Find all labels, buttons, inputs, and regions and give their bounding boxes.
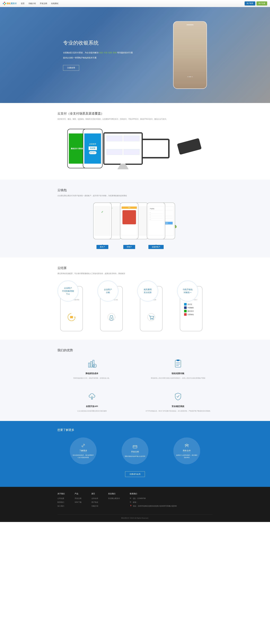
settle-item-split: 企业商户分账 笔分账 ¥	[97, 280, 133, 331]
shield-icon	[144, 391, 212, 402]
tablet-mock	[141, 139, 170, 158]
login-button[interactable]: 商户登录	[244, 2, 255, 6]
footer-follow-text: 关注聚合易支付	[108, 497, 120, 500]
svg-rect-10	[93, 360, 94, 367]
adv-cost: ¥ 降低研发成本 简单快速的接入方式，缩短开发周期，实现快速上线。	[58, 358, 126, 380]
hero-phone-mock	[173, 21, 207, 89]
more-section: 想要了解更多 了解更多 也许还有更多疑问，我们的帮助中心会为您提供答案 开发文档…	[0, 421, 270, 487]
hero-register-button[interactable]: 注册使用	[63, 65, 79, 71]
footer-link[interactable]: 开发文档	[74, 498, 82, 500]
site-header: 彩虹易支付 首页 功能介绍 开发文档 在线测试 商户登录 商户注册	[0, 0, 270, 7]
alipay-phone-mock: 欢迎使用支付宝如何付款？	[83, 129, 102, 168]
hero-section: 专业的收银系统 全面集成主流支付渠道，为企业提供解决 收款 付款 结算 营销 等…	[0, 7, 270, 103]
settle-section: 云结算 通过简单的页面配置，可以替代重复繁锁的人工资金结算业务，提高业务实时性，…	[0, 258, 270, 340]
adv-api: 全面开放API 让企业更加自主的使用聚合易支付相关服务	[58, 391, 126, 412]
svg-text:¥: ¥	[111, 317, 112, 319]
footer-link[interactable]: 合作伙伴	[92, 498, 98, 500]
register-button[interactable]: 商户注册	[256, 2, 267, 6]
qq-icon: ✉	[130, 497, 132, 499]
logo[interactable]: 彩虹易支付	[3, 2, 17, 5]
wallet-sub: 企业通过聚合易支付为用户提供统一虚拟账户，提升用户支付体验，为拓展增值服务提供基…	[58, 194, 212, 197]
svg-point-7	[152, 319, 153, 320]
footer-link[interactable]: 联系我们	[58, 501, 64, 503]
svg-rect-9	[90, 362, 92, 367]
adv-security: 安全稳定高效 HTTPS传输出层、REST API层数字签名验证、ACL权限控制…	[144, 391, 212, 412]
imac-mock	[103, 132, 143, 165]
more-register-button[interactable]: 注册成为会员	[125, 471, 145, 477]
wallet-title: 云钱包	[58, 188, 212, 192]
site-footer: 关于我们 公司信息 联系我们 加入我们 产品 开发文档 SDK下载 其它 合作伙…	[0, 487, 270, 522]
svg-point-21	[186, 444, 188, 445]
wallet-tag-basic: 基本户	[96, 245, 108, 249]
advantage-title: 我们的优势	[58, 348, 212, 352]
cloudpay-title: 云支付（全支付场景及渠道覆盖）	[58, 112, 212, 116]
footer-product: 产品 开发文档 SDK下载	[74, 492, 82, 509]
svg-rect-8	[88, 363, 90, 367]
svg-rect-13	[175, 360, 181, 367]
wallet-tag-marketing: 营销户	[123, 245, 135, 249]
settle-sub: 通过简单的页面配置，可以替代重复繁锁的人工资金结算业务，提高业务实时性，降低错误	[58, 272, 212, 275]
hero-desc-2: 提供企业统一管理电子钱包的技术方案	[63, 56, 133, 60]
footer-follow: 关注我们 关注聚合易支付	[108, 492, 120, 509]
settle-item-fee: 相关费用支出结算 税费	[137, 280, 173, 331]
wallet-tag-finance: 金融类账户	[148, 245, 164, 249]
svg-point-5	[148, 314, 155, 321]
svg-point-6	[150, 319, 151, 320]
carousel-dots[interactable]	[188, 76, 192, 77]
more-learn[interactable]: 了解更多 也许还有更多疑问，我们的帮助中心会为您提供答案	[70, 438, 97, 464]
footer-link[interactable]: 公司信息	[58, 498, 64, 500]
settle-title: 云结算	[58, 266, 212, 270]
pin-icon: 📍	[130, 505, 132, 507]
nav-home[interactable]: 首页	[21, 2, 24, 4]
footer-link[interactable]: 加入我们	[58, 505, 64, 507]
svg-point-22	[185, 444, 186, 445]
copyright: 聚合易支付 ©2023 All Rights Reserved.	[58, 514, 212, 519]
hero-title: 专业的收银系统	[63, 40, 133, 46]
adv-reconcile: 轻松结算对账 降低财务人员在沉重方面投入的时间和精力，业务人员也可以轻松查看账户…	[144, 358, 212, 380]
advantage-section: 我们的优势 ¥ 降低研发成本 简单快速的接入方式，缩短开发周期，实现快速上线。 …	[0, 340, 270, 421]
cart-icon	[146, 312, 157, 323]
footer-about: 关于我们 公司信息 联系我们 加入我们	[58, 492, 65, 509]
link-icon	[81, 443, 86, 448]
wallet-brand-list: 支付宝 中国银联 微信支付 百度钱包	[184, 303, 194, 316]
scanner-mock	[170, 138, 200, 159]
footer-contact: 联系我们 ✉QQ：123456789 ✉邮箱： 📍地址：深圳市龙岗区龙岗街道龙岗…	[130, 492, 212, 509]
nav-docs[interactable]: 开发文档	[40, 2, 47, 4]
mail-icon: ✉	[130, 501, 132, 503]
wallet-marketing: • 查看明细• 转出余额• 提现中心• 我的卡 红包 营销户	[120, 202, 138, 249]
more-title: 想要了解更多	[58, 428, 212, 432]
svg-rect-1	[70, 316, 73, 318]
cloudpay-sub: 支持支付宝、微信、银联、QQ钱包、快钱等主流支付渠道，让您拥有PC网页支付、扫码…	[58, 118, 212, 120]
footer-link[interactable]: 功能介绍	[92, 505, 98, 507]
settle-item-reconcile: 与电子钱包对账统一 与电子 支付宝 中国银联 微信支付 百度钱包	[177, 280, 213, 331]
logo-text: 彩虹易支付	[7, 2, 17, 5]
cycle-icon	[66, 312, 77, 323]
svg-rect-14	[176, 360, 180, 361]
logo-icon	[3, 2, 6, 5]
nav-test[interactable]: 在线测试	[51, 2, 58, 4]
svg-rect-19	[133, 446, 137, 448]
wallet-basic: ✓ ✓ 基本户	[93, 202, 112, 249]
more-business[interactable]: 商务合作 如果有什么需求或疑问，我们期待您的来信	[173, 438, 200, 464]
cloud-icon	[58, 391, 126, 402]
wallet-finance: 产品详情+2.31%———立即购买 产品列表———— 金融类账户	[147, 202, 165, 249]
settle-item-period: 企业商户不同到账周期T+n 到账周期	[58, 280, 93, 331]
clipboard-icon	[144, 358, 212, 369]
money-bag-icon: ¥	[106, 312, 117, 323]
footer-link[interactable]: 用户协议	[92, 501, 98, 503]
footer-other: 其它 合作伙伴 用户协议 功能介绍	[92, 492, 98, 509]
svg-text:¥: ¥	[94, 365, 95, 367]
people-icon	[184, 443, 189, 448]
footer-link[interactable]: SDK下载	[74, 501, 82, 503]
wallet-section: 云钱包 企业通过聚合易支付为用户提供统一虚拟账户，提升用户支付体验，为拓展增值服…	[0, 180, 270, 258]
card-icon	[132, 444, 138, 449]
hero-desc-1: 全面集成主流支付渠道，为企业提供解决 收款 付款 结算 营销 等问题的技术方案	[63, 51, 133, 54]
nav-features[interactable]: 功能介绍	[28, 2, 36, 4]
more-docs[interactable]: 开发文档 获取对接相关的API接口以及SDK	[122, 438, 148, 464]
cost-icon: ¥	[58, 358, 126, 369]
cloudpay-illustration: 微信支付 更快捷 欢迎使用支付宝如何付款？	[58, 126, 212, 171]
cloudpay-section: 云支付（全支付场景及渠道覆盖） 支持支付宝、微信、银联、QQ钱包、快钱等主流支付…	[0, 103, 270, 180]
svg-point-23	[188, 444, 188, 445]
main-nav: 首页 功能介绍 开发文档 在线测试	[21, 2, 58, 5]
